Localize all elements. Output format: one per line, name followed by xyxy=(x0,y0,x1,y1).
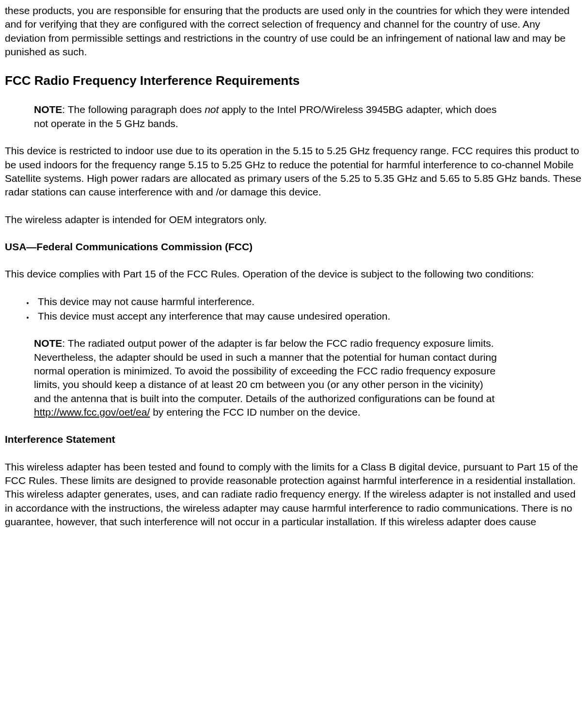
intro-paragraph: these products, you are responsible for … xyxy=(5,4,583,59)
note-text-post: by entering the FCC ID number on the dev… xyxy=(150,406,360,418)
paragraph-indoor-use: This device is restricted to indoor use … xyxy=(5,144,583,199)
list-item: This device must accept any interference… xyxy=(34,309,583,323)
fcc-link[interactable]: http://www.fcc.gov/oet/ea/ xyxy=(34,406,150,418)
list-item: This device may not cause harmful interf… xyxy=(34,295,583,308)
conditions-list: This device may not cause harmful interf… xyxy=(5,295,583,323)
note-block-1: NOTE: The following paragraph does not a… xyxy=(34,103,499,130)
note-block-2: NOTE: The radiated output power of the a… xyxy=(34,337,499,419)
note-text-italic: not xyxy=(205,104,219,115)
paragraph-complies: This device complies with Part 15 of the… xyxy=(5,267,583,281)
paragraph-oem: The wireless adapter is intended for OEM… xyxy=(5,213,583,226)
note-text-pre: : The radiated output power of the adapt… xyxy=(34,338,497,404)
note-label: NOTE xyxy=(34,338,62,349)
heading-interference: Interference Statement xyxy=(5,433,583,446)
heading-fcc-radio: FCC Radio Frequency Interference Require… xyxy=(5,72,583,89)
heading-usa-fcc: USA—Federal Communications Commission (F… xyxy=(5,240,583,254)
paragraph-interference: This wireless adapter has been tested an… xyxy=(5,460,583,529)
note-text-pre: : The following paragraph does xyxy=(62,104,205,115)
note-label: NOTE xyxy=(34,104,62,115)
